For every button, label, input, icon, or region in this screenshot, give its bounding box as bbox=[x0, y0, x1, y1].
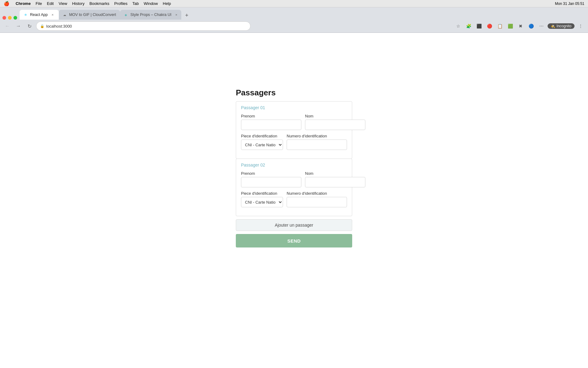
passenger-1-name-row: Prenom Nom bbox=[241, 114, 347, 130]
extension-icon-2[interactable]: ⬛ bbox=[475, 22, 483, 30]
add-passenger-button[interactable]: Ajouter un passager bbox=[236, 219, 352, 231]
lock-icon: 🔒 bbox=[40, 24, 44, 28]
passenger-1-piece-select[interactable]: CNI - Carte Nationale d'Ide... bbox=[241, 140, 283, 150]
url-text: localhost:3000 bbox=[46, 24, 72, 29]
passenger-1-nom-group: Nom bbox=[305, 114, 365, 130]
passenger-1-prenom-label: Prenom bbox=[241, 114, 301, 118]
passenger-2-nom-input[interactable] bbox=[305, 177, 365, 187]
tab-close-react[interactable]: × bbox=[50, 12, 55, 17]
traffic-light-minimize[interactable] bbox=[8, 16, 12, 20]
passenger-2-numero-group: Numero d'identification bbox=[287, 191, 347, 207]
page-title: Passagers bbox=[236, 88, 352, 98]
menu-window[interactable]: Window bbox=[144, 1, 158, 6]
menu-edit[interactable]: Edit bbox=[47, 1, 54, 6]
passenger-2-nom-label: Nom bbox=[305, 171, 365, 176]
browser-chrome: ⚛ React App × ☁ MOV to GIF | CloudConver… bbox=[0, 7, 588, 33]
passenger-2-numero-input[interactable] bbox=[287, 197, 347, 207]
extension-icon-4[interactable]: 📋 bbox=[496, 22, 504, 30]
new-tab-button[interactable]: + bbox=[183, 11, 191, 20]
incognito-label: Incognito bbox=[556, 24, 571, 28]
tab-chakra[interactable]: ◈ Style Props – Chakra UI × bbox=[120, 10, 181, 20]
apple-logo[interactable]: 🍎 bbox=[4, 1, 9, 6]
passenger-1-numero-input[interactable] bbox=[287, 140, 347, 150]
tab-favicon-react: ⚛ bbox=[23, 13, 28, 17]
passenger-2-name-row: Prenom Nom bbox=[241, 171, 347, 187]
passenger-1-piece-label: Piece d'identification bbox=[241, 134, 283, 138]
passenger-title-1: Passager 01 bbox=[241, 105, 347, 110]
tab-label-cloudconvert: MOV to GIF | CloudConvert bbox=[69, 13, 116, 17]
passenger-section-2: Passager 02 Prenom Nom Piece d'identific… bbox=[236, 159, 352, 216]
main-content: Passagers Passager 01 Prenom Nom Piece d… bbox=[0, 33, 588, 266]
forward-button[interactable]: → bbox=[14, 22, 23, 30]
passenger-title-2: Passager 02 bbox=[241, 163, 347, 167]
traffic-light-fullscreen[interactable] bbox=[13, 16, 17, 20]
form-container: Passagers Passager 01 Prenom Nom Piece d… bbox=[236, 88, 352, 247]
chrome-menu-label[interactable]: Chrome bbox=[16, 1, 31, 6]
tab-bar: ⚛ React App × ☁ MOV to GIF | CloudConver… bbox=[0, 7, 588, 20]
extension-icon-7[interactable]: 🔵 bbox=[527, 22, 535, 30]
passenger-1-numero-group: Numero d'identification bbox=[287, 134, 347, 150]
menu-bookmarks[interactable]: Bookmarks bbox=[89, 1, 109, 6]
extension-icon-3[interactable]: 🔴 bbox=[485, 22, 494, 30]
menu-file[interactable]: File bbox=[36, 1, 42, 6]
passenger-2-prenom-label: Prenom bbox=[241, 171, 301, 176]
tab-label-react: React App bbox=[30, 13, 48, 17]
tab-react-app[interactable]: ⚛ React App × bbox=[20, 10, 59, 20]
passenger-1-prenom-group: Prenom bbox=[241, 114, 301, 130]
address-bar-row: ← → ↻ 🔒 localhost:3000 ☆ 🧩 ⬛ 🔴 📋 🟩 ✖ 🔵 ⋯… bbox=[0, 20, 588, 33]
send-button[interactable]: SEND bbox=[236, 234, 352, 247]
menu-history[interactable]: History bbox=[72, 1, 84, 6]
extension-icon-6[interactable]: ✖ bbox=[516, 22, 525, 30]
tab-label-chakra: Style Props – Chakra UI bbox=[130, 13, 172, 17]
browser-right-icons: ☆ 🧩 ⬛ 🔴 📋 🟩 ✖ 🔵 ⋯ 🕵 Incognito ⋮ bbox=[454, 22, 585, 30]
passenger-2-piece-group: Piece d'identification CNI - Carte Natio… bbox=[241, 191, 283, 207]
passenger-2-nom-group: Nom bbox=[305, 171, 365, 187]
passenger-1-piece-group: Piece d'identification CNI - Carte Natio… bbox=[241, 134, 283, 150]
passenger-2-prenom-group: Prenom bbox=[241, 171, 301, 187]
incognito-icon: 🕵 bbox=[551, 24, 555, 28]
tab-close-chakra[interactable]: × bbox=[174, 12, 179, 17]
address-bar[interactable]: 🔒 localhost:3000 bbox=[36, 21, 251, 31]
incognito-badge: 🕵 Incognito bbox=[548, 23, 575, 29]
passenger-2-piece-select[interactable]: CNI - Carte Nationale d'Ide... bbox=[241, 197, 283, 207]
passenger-section-1: Passager 01 Prenom Nom Piece d'identific… bbox=[236, 101, 352, 159]
passenger-1-prenom-input[interactable] bbox=[241, 120, 301, 130]
passenger-2-id-row: Piece d'identification CNI - Carte Natio… bbox=[241, 191, 347, 207]
passenger-2-prenom-input[interactable] bbox=[241, 177, 301, 187]
more-extensions-icon[interactable]: ⋯ bbox=[537, 22, 546, 30]
menu-view[interactable]: View bbox=[58, 1, 67, 6]
menu-tab[interactable]: Tab bbox=[132, 1, 139, 6]
passenger-1-nom-input[interactable] bbox=[305, 120, 365, 130]
bookmark-icon[interactable]: ☆ bbox=[454, 22, 462, 30]
extension-icon-1[interactable]: 🧩 bbox=[464, 22, 473, 30]
passenger-1-nom-label: Nom bbox=[305, 114, 365, 118]
tab-favicon-chakra: ◈ bbox=[124, 13, 128, 17]
chrome-menu-icon[interactable]: ⋮ bbox=[576, 22, 585, 30]
menu-profiles[interactable]: Profiles bbox=[114, 1, 127, 6]
macos-menubar: 🍎 Chrome File Edit View History Bookmark… bbox=[0, 0, 588, 7]
traffic-light-close[interactable] bbox=[2, 16, 6, 20]
tab-favicon-cloud: ☁ bbox=[62, 13, 67, 17]
passenger-1-id-row: Piece d'identification CNI - Carte Natio… bbox=[241, 134, 347, 150]
traffic-lights bbox=[2, 16, 17, 20]
tab-cloudconvert[interactable]: ☁ MOV to GIF | CloudConvert × bbox=[59, 10, 120, 20]
back-button[interactable]: ← bbox=[3, 22, 12, 30]
menu-help[interactable]: Help bbox=[163, 1, 171, 6]
reload-button[interactable]: ↻ bbox=[25, 22, 34, 30]
tab-close-cloudconvert[interactable]: × bbox=[119, 12, 120, 17]
passenger-2-piece-label: Piece d'identification bbox=[241, 191, 283, 196]
menubar-time: Mon 31 Jan 05:51 bbox=[555, 2, 584, 6]
extension-icon-5[interactable]: 🟩 bbox=[506, 22, 514, 30]
passenger-2-numero-label: Numero d'identification bbox=[287, 191, 347, 196]
menubar-right: Mon 31 Jan 05:51 bbox=[555, 2, 584, 6]
passenger-1-numero-label: Numero d'identification bbox=[287, 134, 347, 138]
